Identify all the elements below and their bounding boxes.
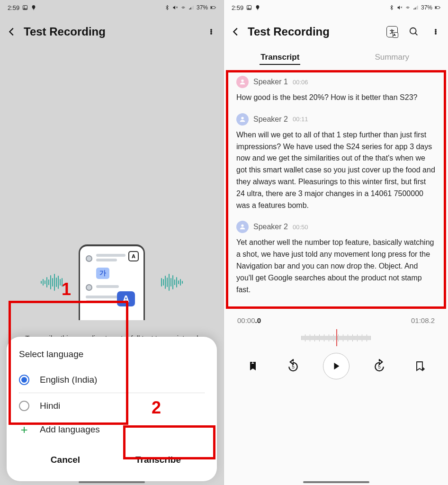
status-time: 2:59 — [232, 4, 243, 11]
page-title: Test Recording — [248, 25, 380, 38]
status-time: 2:59 — [8, 4, 19, 11]
page-title: Test Recording — [24, 25, 199, 38]
language-option-english[interactable]: English (India) — [19, 368, 205, 392]
svg-rect-16 — [415, 8, 416, 9]
transcript-area: Speaker 1 00:06 How good is the best 20%… — [228, 71, 444, 310]
add-bookmark-button[interactable] — [409, 356, 430, 377]
bubble-korean: 가 — [96, 268, 109, 279]
header-left: Test Recording — [0, 15, 224, 48]
language-option-hindi[interactable]: Hindi — [19, 394, 205, 418]
tab-transcript[interactable]: Transcript — [224, 53, 336, 67]
image-icon — [246, 5, 252, 10]
current-time: 00:00.0 — [237, 316, 261, 324]
svg-text:5: 5 — [378, 364, 381, 369]
svg-point-26 — [241, 225, 243, 227]
status-bar: 2:59 37% — [224, 0, 448, 15]
annotation-1: 1 — [62, 279, 71, 299]
svg-point-25 — [241, 117, 243, 119]
transcript-entry: Speaker 1 00:06 How good is the best 20%… — [236, 76, 436, 104]
svg-rect-15 — [413, 9, 414, 9]
svg-point-22 — [410, 28, 416, 34]
tabs: Transcript Summary — [224, 48, 448, 71]
rewind-5-button[interactable]: 5 — [283, 356, 304, 377]
play-button[interactable] — [323, 353, 349, 379]
svg-rect-20 — [435, 7, 437, 9]
divider — [19, 393, 205, 393]
signal-icon — [413, 5, 419, 10]
battery-icon — [210, 5, 216, 10]
signal-icon — [188, 5, 194, 10]
entry-text: How good is the best 20%? How is it bett… — [236, 92, 436, 104]
add-languages-row[interactable]: + Add languages — [19, 418, 205, 441]
transcript-entry: Speaker 2 00:11 When will we get to all … — [236, 113, 436, 212]
language-label: English (India) — [40, 375, 97, 385]
bluetooth-icon — [389, 5, 394, 10]
back-icon[interactable] — [7, 27, 17, 37]
wifi-icon — [180, 5, 186, 10]
phone-right: 2:59 37% Test Recording 文A Transcript — [224, 0, 448, 485]
svg-rect-10 — [215, 7, 216, 8]
transcribe-button[interactable]: Transcribe — [112, 446, 205, 474]
bookmark-button[interactable]: 1 — [242, 356, 263, 377]
waveform-track[interactable] — [237, 329, 435, 346]
search-button[interactable] — [408, 26, 420, 37]
svg-line-23 — [415, 33, 418, 36]
forward-5-button[interactable]: 5 — [369, 356, 390, 377]
back-icon[interactable] — [231, 27, 241, 37]
speaker-avatar-icon — [236, 113, 249, 126]
timestamp: 00:11 — [293, 116, 308, 123]
svg-rect-7 — [193, 6, 194, 9]
battery-text: 37% — [197, 4, 208, 11]
svg-rect-5 — [190, 8, 191, 9]
mute-icon — [397, 5, 403, 10]
speaker-name: Speaker 2 — [253, 223, 288, 231]
bluetooth-icon — [164, 5, 170, 10]
language-label: Hindi — [40, 401, 60, 411]
speaker-avatar-icon — [236, 221, 249, 233]
speaker-name: Speaker 1 — [253, 78, 288, 86]
translate-button[interactable]: 文A — [386, 26, 398, 37]
annotation-2: 2 — [152, 398, 161, 418]
nav-bar[interactable] — [79, 481, 145, 483]
svg-text:5: 5 — [292, 364, 295, 369]
svg-rect-18 — [417, 6, 418, 9]
battery-text: 37% — [421, 4, 432, 11]
mute-icon — [172, 5, 178, 10]
nav-bar[interactable] — [303, 481, 369, 483]
playhead-cursor[interactable] — [336, 329, 337, 346]
radio-icon — [19, 401, 29, 411]
svg-point-12 — [248, 7, 249, 8]
radio-icon — [19, 375, 29, 385]
wifi-icon — [405, 5, 411, 10]
entry-text: When will we get to all of that 1 step f… — [236, 129, 436, 212]
svg-rect-21 — [440, 7, 440, 8]
translate-icon: A — [128, 251, 139, 261]
svg-rect-9 — [211, 7, 212, 9]
speaker-avatar-icon — [236, 76, 249, 88]
timestamp: 00:06 — [293, 79, 308, 86]
progress-area: 00:00.0 01:08.2 — [224, 310, 448, 350]
svg-rect-4 — [189, 9, 190, 9]
svg-point-1 — [24, 7, 25, 8]
more-menu-icon[interactable] — [206, 26, 217, 37]
status-bar: 2:59 37% — [0, 0, 224, 15]
language-sheet: Select language English (India) Hindi + … — [7, 337, 217, 481]
timestamp: 00:50 — [293, 224, 308, 231]
svg-rect-6 — [191, 7, 192, 9]
image-icon — [22, 5, 28, 10]
more-menu-icon[interactable] — [430, 26, 441, 37]
tab-summary[interactable]: Summary — [336, 53, 448, 67]
bubble-english: A — [117, 291, 135, 306]
lightbulb-icon — [255, 5, 260, 10]
plus-icon: + — [19, 424, 29, 435]
speaker-name: Speaker 2 — [253, 115, 288, 124]
battery-icon — [435, 5, 440, 10]
phone-left: 2:59 37% Test Recording A — [0, 0, 224, 485]
svg-point-24 — [241, 80, 243, 82]
sheet-title: Select language — [19, 349, 205, 359]
add-languages-label: Add languages — [40, 424, 100, 435]
header-right: Test Recording 文A — [224, 15, 448, 48]
transcript-entry: Speaker 2 00:50 Yet another well the num… — [236, 221, 436, 296]
cancel-button[interactable]: Cancel — [19, 446, 112, 474]
lightbulb-icon — [31, 5, 36, 10]
